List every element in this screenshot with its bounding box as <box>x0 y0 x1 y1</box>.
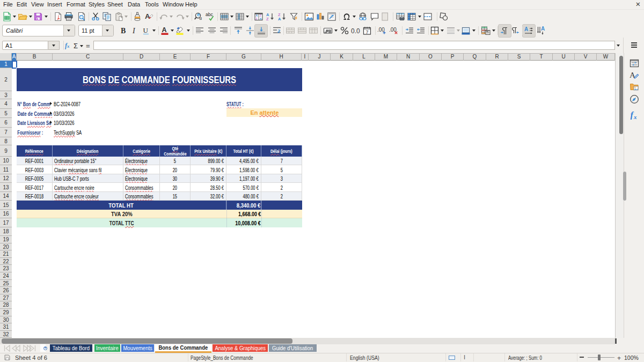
svg-text:d: d <box>200 16 202 21</box>
svg-text:U: U <box>143 26 149 34</box>
svg-text:B: B <box>121 27 126 35</box>
svg-text:A: A <box>162 26 167 34</box>
svg-text:A: A <box>541 26 545 32</box>
svg-text:A: A <box>524 26 528 32</box>
svg-text:7: 7 <box>366 29 369 35</box>
svg-text:x: x <box>633 114 637 120</box>
svg-text:A: A <box>260 17 262 20</box>
svg-text:.00: .00 <box>377 27 385 33</box>
svg-text:abc: abc <box>206 12 213 17</box>
svg-text:A: A <box>145 12 150 20</box>
svg-text:0.0: 0.0 <box>351 27 360 35</box>
svg-text:A: A <box>278 17 281 21</box>
svg-text:I: I <box>132 27 136 35</box>
svg-text:Z: Z <box>266 17 269 21</box>
